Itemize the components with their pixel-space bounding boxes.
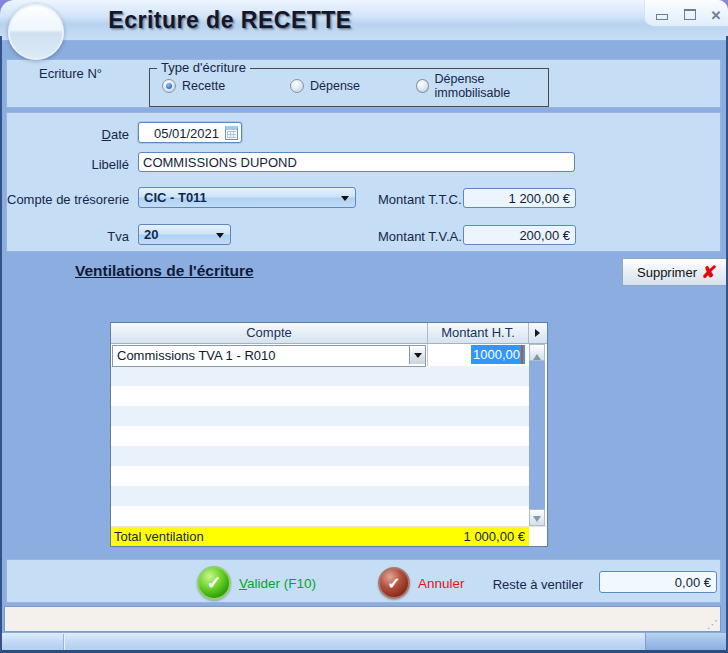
radio-depense-immobilisable[interactable]: Dépense immobilisable [416,79,548,93]
calendar-icon[interactable] [225,126,238,140]
annuler-label: Annuler [418,576,465,591]
status-bar [0,632,728,651]
supprimer-button[interactable]: Supprimer ✘ [622,258,728,286]
column-header-compte: Compte [111,323,428,343]
libelle-value: COMMISSIONS DUPOND [143,155,297,170]
libelle-field[interactable]: COMMISSIONS DUPOND [138,152,575,172]
arrow-down-icon [533,516,541,526]
reste-a-ventiler-value: 0,00 € [675,575,711,590]
actions-panel: ✓ Valider (F10) ✓ Annuler Reste à ventil… [6,559,721,603]
montant-cell[interactable]: 1000,00 [428,344,528,366]
tva-combobox[interactable]: 20 [138,224,231,245]
app-window: Ecriture de RECETTE ✕ Ecriture N° 1 Type… [0,0,728,653]
empty-table-row [111,406,529,426]
libelle-label: Libellé [7,157,129,172]
ventilations-heading: Ventilations de l'écriture [75,262,254,280]
radio-depense-label: Dépense [310,79,360,93]
minimize-icon [656,14,668,20]
desktop-background: Ecriture de RECETTE ✕ Ecriture N° 1 Type… [0,0,728,653]
check-icon: ✓ [378,567,410,599]
ventilation-table: Compte Montant H.T. Commissions TVA 1 - … [110,322,548,547]
montant-tva-label: Montant T.V.A. [378,229,462,244]
valider-button[interactable]: ✓ Valider (F10) [197,566,316,600]
chevron-down-icon [414,353,422,362]
table-scrollbar[interactable] [529,344,545,526]
compte-tresorerie-value: CIC - T011 [144,190,207,205]
empty-table-row [111,386,529,406]
dropdown-button[interactable] [409,346,425,364]
date-value: 05/01/2021 [154,126,219,141]
reste-a-ventiler-label: Reste à ventiler [471,577,583,592]
compte-cell-value: Commissions TVA 1 - R010 [117,348,275,363]
empty-table-row [111,506,529,526]
column-expand-button[interactable] [529,323,545,343]
radio-unselected-icon [416,79,429,93]
annuler-button[interactable]: ✓ Annuler [378,567,465,599]
radio-selected-icon [162,79,176,93]
montant-ttc-label: Montant T.T.C. [378,192,462,207]
entry-header-panel: Ecriture N° 1 Type d'écriture Recette Dé… [6,59,721,108]
restore-icon [684,9,696,20]
montant-tva-field[interactable]: 200,00 € [463,225,576,245]
valider-label: Valider (F10) [239,576,316,591]
empty-table-row [111,486,529,506]
total-ventilation-label: Total ventilation [114,529,204,544]
table-row[interactable]: Commissions TVA 1 - R010 1000,00 [111,344,529,366]
close-icon: ✕ [711,8,722,23]
empty-table-row [111,366,529,386]
chevron-down-icon[interactable] [341,196,349,205]
date-field[interactable]: 05/01/2021 [138,122,242,143]
reste-a-ventiler-field: 0,00 € [599,571,717,593]
compte-cell-combobox[interactable]: Commissions TVA 1 - R010 [112,345,426,367]
window-title: Ecriture de RECETTE [0,7,460,34]
total-ventilation-value: 1 000,00 € [464,529,525,544]
status-bar-right-segment [645,633,728,651]
message-bar: ⋰ [4,606,721,632]
text-caret [521,345,523,364]
tva-value: 20 [144,227,158,242]
close-button[interactable]: ✕ [707,6,725,21]
delete-x-icon: ✘ [700,262,717,283]
empty-table-row [111,466,529,486]
radio-recette[interactable]: Recette [162,79,225,93]
entry-number-label: Ecriture N° [39,66,102,81]
montant-ttc-value: 1 200,00 € [509,191,570,206]
total-ventilation-row: Total ventilation 1 000,00 € [111,526,547,546]
total-row-spacer [529,527,545,546]
montant-ttc-field[interactable]: 1 200,00 € [463,188,576,208]
status-bar-separator [63,634,64,650]
app-logo-sphere-icon [8,4,64,60]
montant-cell-value: 1000,00 [473,345,520,364]
total-ventilation-cell: Total ventilation 1 000,00 € [111,527,529,546]
radio-unselected-icon [290,79,304,93]
tva-label: Tva [7,229,129,244]
date-label: Date [7,127,129,142]
arrow-up-icon [533,350,541,360]
check-icon: ✓ [197,566,231,600]
scrollbar-track[interactable] [529,361,545,509]
column-header-montant-ht: Montant H.T. [428,323,529,343]
entry-form-panel: Date 05/01/2021 Libellé COMMISSIONS DUPO… [6,112,721,252]
window-left-edge [0,36,2,653]
resize-grip-icon[interactable]: ⋰ [707,618,718,631]
compte-tresorerie-combobox[interactable]: CIC - T011 [138,187,356,208]
scroll-down-button[interactable] [529,509,545,526]
type-group-title: Type d'écriture [157,60,250,75]
empty-table-row [111,446,529,466]
table-rows: Commissions TVA 1 - R010 1000,00 [111,344,529,526]
arrow-right-icon [535,329,544,337]
minimize-button[interactable] [653,6,671,21]
radio-depense[interactable]: Dépense [290,79,360,93]
title-bar[interactable]: Ecriture de RECETTE ✕ [0,0,728,41]
compte-cell: Commissions TVA 1 - R010 [111,344,428,366]
radio-depense-immobilisable-label: Dépense immobilisable [435,72,548,100]
empty-table-row [111,426,529,446]
chevron-down-icon[interactable] [216,233,224,242]
montant-tva-value: 200,00 € [519,228,570,243]
supprimer-label: Supprimer [637,265,697,280]
restore-button[interactable] [681,6,699,21]
window-controls: ✕ [644,0,728,27]
table-header: Compte Montant H.T. [111,323,547,344]
compte-tresorerie-label: Compte de trésorerie [7,192,129,207]
scroll-up-button[interactable] [529,344,545,361]
